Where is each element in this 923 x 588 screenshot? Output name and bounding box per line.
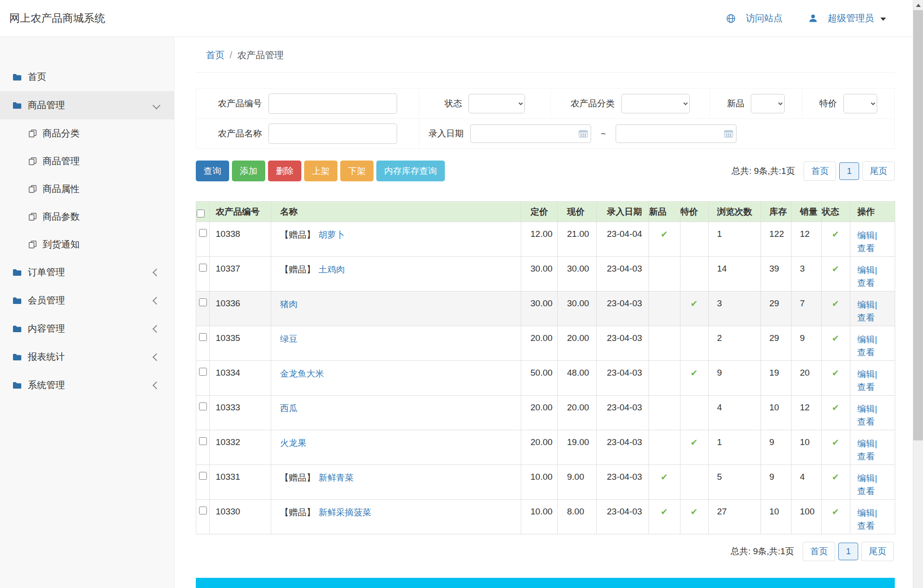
sidebar-subitem-params[interactable]: 商品参数 [0,203,174,230]
table-row: 10333 西瓜 20.00 20.00 23-04-03 4 10 12 ✔ … [196,396,895,430]
edit-link[interactable]: 编辑 [857,473,875,483]
edit-link[interactable]: 编辑 [857,508,875,518]
row-checkbox[interactable] [199,437,207,445]
scrollbar-thumb[interactable] [913,10,923,440]
first-page-button[interactable]: 首页 [803,542,835,561]
edit-link[interactable]: 编辑 [857,369,875,379]
edit-link[interactable]: 编辑 [857,265,875,275]
status-select[interactable] [468,94,525,113]
special-select[interactable] [843,94,877,113]
view-link[interactable]: 查看 [857,347,875,357]
edit-link[interactable]: 编辑 [857,300,875,309]
add-button[interactable]: 添加 [232,161,265,181]
product-link[interactable]: 绿豆 [280,334,298,344]
scrollbar[interactable] [913,0,923,588]
view-link[interactable]: 查看 [857,382,875,392]
col-status: 状态 [822,202,850,222]
product-no-input[interactable] [268,93,397,114]
pagination-summary: 总共: 9条,共:1页 [730,545,794,557]
product-link[interactable]: 金龙鱼大米 [280,369,324,378]
product-link[interactable]: 火龙果 [280,438,306,448]
product-link[interactable]: 新鲜采摘菠菜 [318,508,371,517]
sidebar-subitem-goods[interactable]: 商品管理 [0,147,174,175]
edit-link[interactable]: 编辑 [857,230,875,240]
scroll-up-arrow-icon[interactable] [916,4,921,7]
unshelve-button[interactable]: 下架 [340,161,374,181]
view-link[interactable]: 查看 [857,452,875,461]
row-checkbox[interactable] [199,402,207,410]
select-all-checkbox[interactable] [197,210,205,217]
sidebar-item-label: 会员管理 [28,294,65,307]
page-1-button[interactable]: 1 [838,543,858,560]
visit-site-link[interactable]: 访问站点 [726,12,783,25]
row-checkbox[interactable] [199,368,207,376]
row-checkbox[interactable] [199,298,207,306]
price-cell: 12.00 [521,222,558,257]
category-select[interactable] [621,94,690,113]
calendar-icon[interactable] [579,130,588,138]
edit-link[interactable]: 编辑 [857,404,875,414]
last-page-button[interactable]: 尾页 [862,161,895,181]
user-icon [809,14,817,23]
shelve-button[interactable]: 上架 [304,161,337,181]
last-page-button[interactable]: 尾页 [861,542,894,561]
view-link[interactable]: 查看 [857,243,875,253]
sidebar-item-system[interactable]: 系统管理 [0,371,174,399]
sidebar-subitem-attrs[interactable]: 商品属性 [0,175,174,203]
view-link[interactable]: 查看 [857,521,875,531]
product-link[interactable]: 西瓜 [280,403,298,413]
product-no-label: 农产品编号 [218,98,262,110]
date-to-input[interactable] [616,124,736,143]
row-checkbox[interactable] [199,333,207,341]
product-link[interactable]: 猪肉 [280,299,298,309]
query-button[interactable]: 查询 [196,161,229,181]
view-link[interactable]: 查看 [857,313,875,322]
view-link[interactable]: 查看 [857,417,875,427]
footer-bar [196,578,895,588]
sidebar-subitem-category[interactable]: 商品分类 [0,119,174,147]
memory-stock-query-button[interactable]: 内存库存查询 [376,161,445,181]
new-select[interactable] [751,94,785,113]
row-checkbox[interactable] [199,264,207,272]
sidebar-item-home[interactable]: 首页 [0,63,174,91]
first-page-button[interactable]: 首页 [804,161,836,181]
entry-date-cell: 23-04-03 [597,291,649,326]
page-1-button[interactable]: 1 [839,162,859,180]
date-from-input[interactable] [470,124,591,143]
calendar-icon[interactable] [724,130,733,138]
product-link[interactable]: 土鸡肉 [318,265,345,274]
breadcrumb-home-link[interactable]: 首页 [206,49,225,62]
admin-menu[interactable]: 超级管理员 [809,12,886,25]
row-checkbox[interactable] [199,229,207,237]
sidebar-item-members[interactable]: 会员管理 [0,286,174,315]
copy-icon [29,130,37,137]
chevron-left-icon [153,381,161,389]
delete-button[interactable]: 删除 [268,161,301,181]
sidebar-subitem-arrival-notice[interactable]: 到货通知 [0,230,174,258]
view-link[interactable]: 查看 [857,486,875,496]
sidebar-item-content[interactable]: 内容管理 [0,315,174,343]
product-link[interactable]: 新鲜青菜 [318,473,354,483]
table-row: 10334 金龙鱼大米 50.00 48.00 23-04-03 ✔ 9 19 … [196,361,895,396]
sidebar-item-label: 订单管理 [28,266,65,279]
row-checkbox[interactable] [199,472,207,480]
sidebar-item-goods[interactable]: 商品管理 [0,91,174,119]
view-link[interactable]: 查看 [857,278,875,288]
row-checkbox[interactable] [199,507,207,514]
sidebar-item-label: 商品管理 [28,99,65,111]
sales-cell: 20 [792,361,822,396]
sales-cell: 12 [792,396,822,430]
col-price: 定价 [521,202,558,222]
product-name-input[interactable] [268,124,397,144]
copy-icon [29,241,37,248]
product-link[interactable]: 胡萝卜 [318,230,345,240]
search-filters: 农产品编号 状态 农产品分类 新品 特价 农产品名称 [196,88,895,149]
special-check-icon: ✔ [680,291,709,326]
edit-link[interactable]: 编辑 [857,439,875,448]
sidebar-item-label: 系统管理 [28,379,65,391]
price-cell: 20.00 [521,326,558,361]
sidebar-item-reports[interactable]: 报表统计 [0,343,174,371]
chevron-left-icon [153,353,161,361]
sidebar-item-orders[interactable]: 订单管理 [0,258,174,286]
edit-link[interactable]: 编辑 [857,334,875,344]
